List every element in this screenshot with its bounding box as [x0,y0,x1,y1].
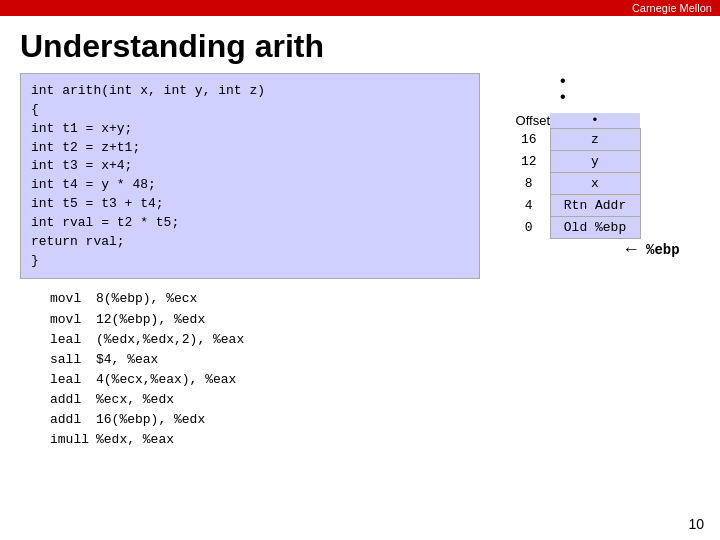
code-line-1: int t1 = x+y; [31,121,132,136]
brand-label: Carnegie Mellon [632,2,712,14]
asm-instr: leal [50,330,90,350]
asm-instr: addl [50,410,90,430]
stack-cell-rtn: Rtn Addr [550,195,640,217]
left-panel: int arith(int x, int y, int z) { int t1 … [20,73,480,451]
asm-args: (%edx,%edx,2), %eax [96,330,244,350]
stack-row-8: 8 x [510,173,640,195]
stack-cell-z: z [550,129,640,151]
code-line-2: int t2 = z+t1; [31,140,140,155]
asm-line: sall$4, %eax [50,350,480,370]
asm-line: imull%edx, %eax [50,430,480,450]
stack-header-row: Offset • [510,113,640,129]
code-open-brace: { [31,102,39,117]
page-title: Understanding arith [0,16,720,73]
stack-cell-x: x [550,173,640,195]
header-bar: Carnegie Mellon [0,0,720,16]
asm-line: movl12(%ebp), %edx [50,310,480,330]
asm-instr: leal [50,370,90,390]
asm-args: 12(%ebp), %edx [96,310,205,330]
stack-cell-old-ebp: Old %ebp [550,217,640,239]
code-line-3: int t3 = x+4; [31,158,132,173]
asm-line: addl16(%ebp), %edx [50,410,480,430]
asm-instr: imull [50,430,90,450]
code-line-7: return rval; [31,234,125,249]
stack-cell-y: y [550,151,640,173]
offset-4: 4 [510,195,550,217]
stack-row-0: 0 Old %ebp [510,217,640,239]
code-close-brace: } [31,253,39,268]
stack-row-16: 16 z [510,129,640,151]
ebp-row: ← %ebp [510,239,680,260]
stack-dot-header: • [550,113,640,129]
page-number: 10 [688,516,704,532]
asm-line: leal4(%ecx,%eax), %eax [50,370,480,390]
asm-line: addl%ecx, %edx [50,390,480,410]
offset-0: 0 [510,217,550,239]
offset-8: 8 [510,173,550,195]
code-signature: int arith(int x, int y, int z) [31,83,265,98]
stack-row-12: 12 y [510,151,640,173]
asm-args: %edx, %eax [96,430,174,450]
offset-16: 16 [510,129,550,151]
offset-12: 12 [510,151,550,173]
code-line-6: int rval = t2 * t5; [31,215,179,230]
code-line-5: int t5 = t3 + t4; [31,196,164,211]
asm-args: 4(%ecx,%eax), %eax [96,370,236,390]
asm-instr: sall [50,350,90,370]
ebp-label: %ebp [646,242,680,258]
asm-instr: movl [50,289,90,309]
asm-instr: movl [50,310,90,330]
asm-line: leal(%edx,%edx,2), %eax [50,330,480,350]
stack-table: Offset • 16 z 12 y 8 x 4 Rtn Addr 0 [510,113,641,239]
stack-row-4: 4 Rtn Addr [510,195,640,217]
asm-instr: addl [50,390,90,410]
offset-header: Offset [510,113,550,129]
asm-box: movl8(%ebp), %ecx movl12(%ebp), %edx lea… [20,289,480,450]
code-box: int arith(int x, int y, int z) { int t1 … [20,73,480,279]
right-panel: • • Offset • 16 z 12 y 8 x 4 Rtn Addr [510,73,700,451]
asm-args: $4, %eax [96,350,158,370]
dot-1: • [560,73,566,89]
asm-args: %ecx, %edx [96,390,174,410]
asm-args: 16(%ebp), %edx [96,410,205,430]
code-line-4: int t4 = y * 48; [31,177,156,192]
asm-args: 8(%ebp), %ecx [96,289,197,309]
dot-2: • [560,89,566,105]
arrow-right-icon: ← [622,239,640,259]
main-content: int arith(int x, int y, int z) { int t1 … [0,73,720,451]
asm-line: movl8(%ebp), %ecx [50,289,480,309]
